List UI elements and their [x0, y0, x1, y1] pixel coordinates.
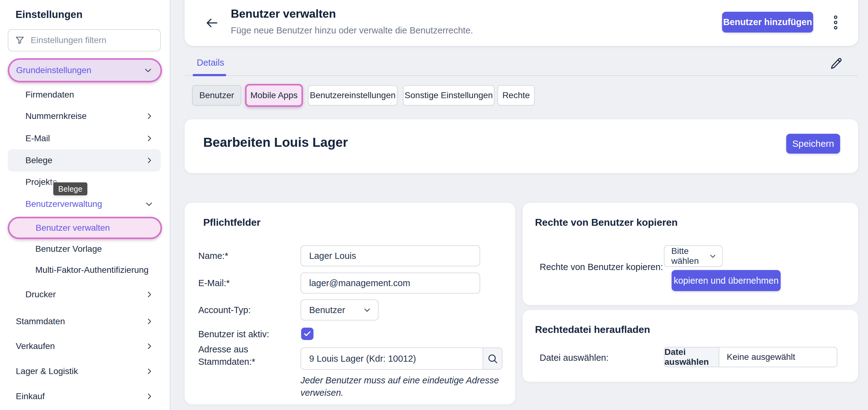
copy-rights-select-value: Bitte wählen — [671, 246, 709, 266]
sidebar-item-label: Benutzer Vorlage — [35, 244, 102, 254]
chip-benutzereinstellungen[interactable]: Benutzereinstellungen — [308, 85, 398, 105]
belege-tooltip: Belege — [53, 182, 87, 195]
email-field[interactable] — [301, 273, 480, 293]
address-input-group — [301, 347, 502, 370]
chip-label: Benutzer — [199, 90, 234, 100]
chip-label: Rechte — [502, 90, 530, 100]
copy-rights-label: Rechte von Benutzer kopieren: — [539, 262, 663, 272]
kebab-menu-icon[interactable] — [834, 15, 837, 29]
sidebar-item-benutzer-verwalten[interactable]: Benutzer verwalten — [8, 217, 162, 239]
sidebar-item-grundeinstellungen[interactable]: Grundeinstellungen — [8, 58, 162, 83]
settings-filter[interactable] — [8, 29, 161, 52]
required-fields-title: Pflichtfelder — [203, 217, 260, 228]
address-search-button[interactable] — [483, 348, 502, 369]
file-select-button[interactable]: Datei auswählen — [664, 347, 719, 367]
upload-rights-card — [523, 310, 858, 382]
sidebar-item-multi-faktor[interactable]: Multi-Faktor-Authentifizierung — [8, 261, 161, 279]
kebab-dot — [834, 15, 837, 19]
chevron-right-icon — [145, 392, 153, 401]
sidebar-item-label: Lager & Logistik — [16, 366, 78, 376]
chip-benutzer[interactable]: Benutzer — [192, 85, 241, 105]
email-label: E-Mail:* — [198, 278, 230, 288]
chevron-right-icon — [145, 317, 153, 325]
address-label: Adresse aus Stammdaten:* — [198, 343, 285, 368]
chip-rechte[interactable]: Rechte — [497, 85, 535, 105]
address-hint: Jeder Benutzer muss auf eine eindeutige … — [301, 374, 505, 399]
sidebar-item-firmendaten[interactable]: Firmendaten — [8, 86, 161, 103]
copy-rights-select[interactable]: Bitte wählen — [664, 245, 723, 267]
sidebar-item-stammdaten[interactable]: Stammdaten — [8, 313, 161, 330]
filter-input[interactable] — [31, 35, 160, 45]
copy-rights-title: Rechte von Benutzer kopieren — [535, 217, 678, 228]
kebab-dot — [834, 26, 837, 29]
tab-divider-line — [185, 75, 858, 76]
sidebar-item-belege[interactable]: Belege — [8, 149, 161, 171]
sidebar-item-drucker[interactable]: Drucker — [8, 286, 161, 303]
sidebar-item-lager-logistik[interactable]: Lager & Logistik — [8, 362, 161, 380]
sidebar-item-label: Multi-Faktor-Authentifizierung — [35, 265, 149, 275]
chevron-right-icon — [145, 367, 153, 375]
sidebar-item-label: Benutzer verwalten — [36, 223, 110, 233]
sidebar-item-verkaufen[interactable]: Verkaufen — [8, 338, 161, 355]
sidebar-item-email[interactable]: E-Mail — [8, 130, 161, 147]
chip-label: Benutzereinstellungen — [310, 90, 396, 100]
chip-mobile-apps[interactable]: Mobile Apps — [245, 84, 303, 107]
user-active-label: Benutzer ist aktiv: — [198, 329, 269, 339]
edit-pencil-icon[interactable] — [830, 57, 843, 70]
check-icon — [303, 330, 311, 338]
save-button[interactable]: Speichern — [786, 134, 840, 154]
chevron-down-icon — [363, 306, 371, 314]
sidebar-item-label: Stammdaten — [16, 316, 65, 326]
copy-apply-button[interactable]: kopieren und übernehmen — [672, 270, 781, 291]
sidebar-item-benutzer-vorlage[interactable]: Benutzer Vorlage — [8, 240, 161, 258]
chevron-right-icon — [145, 156, 153, 164]
sidebar-item-nummernkreise[interactable]: Nummernkreise — [8, 107, 161, 125]
chevron-down-icon — [144, 66, 152, 75]
back-arrow-button[interactable] — [205, 15, 219, 30]
filter-funnel-icon — [14, 35, 25, 45]
user-active-checkbox[interactable] — [301, 327, 313, 340]
chevron-down-icon — [145, 200, 153, 209]
sidebar-item-label: Firmendaten — [25, 90, 74, 100]
chip-label: Mobile Apps — [250, 90, 298, 100]
sidebar-title: Einstellungen — [16, 9, 83, 21]
sidebar-item-label: Verkaufen — [16, 341, 55, 351]
file-status-text: Keine ausgewählt — [719, 347, 837, 367]
kebab-dot — [834, 21, 837, 24]
search-icon — [487, 353, 498, 365]
sidebar-item-einkauf[interactable]: Einkauf — [8, 388, 161, 405]
edit-user-title: Bearbeiten Louis Lager — [203, 135, 348, 150]
address-field[interactable] — [301, 348, 483, 369]
name-label: Name:* — [198, 251, 228, 261]
page-title: Benutzer verwalten — [231, 7, 336, 21]
chevron-down-icon — [709, 252, 716, 260]
account-type-label: Account-Typ: — [198, 305, 251, 315]
sidebar-item-label: Einkauf — [16, 391, 44, 401]
add-user-button[interactable]: Benutzer hinzufügen — [722, 12, 813, 33]
sidebar-item-label: Grundeinstellungen — [16, 65, 91, 75]
chip-label: Sonstige Einstellungen — [405, 90, 493, 100]
sidebar-item-label: Benutzerverwaltung — [25, 199, 102, 209]
settings-sidebar: Einstellungen Grundeinstellungen Firmend… — [0, 0, 170, 410]
name-field[interactable] — [301, 245, 480, 266]
chevron-right-icon — [145, 134, 153, 143]
chip-sonstige-einstellungen[interactable]: Sonstige Einstellungen — [403, 85, 494, 105]
sidebar-item-label: Belege — [25, 155, 52, 165]
chevron-right-icon — [145, 290, 153, 298]
file-upload-input[interactable]: Datei auswählen Keine ausgewählt — [664, 347, 837, 367]
tab-details[interactable]: Details — [197, 58, 224, 68]
account-type-value: Benutzer — [309, 305, 345, 315]
sidebar-item-label: Drucker — [25, 289, 56, 299]
file-select-label: Datei auswählen: — [539, 353, 609, 363]
upload-rights-title: Rechtedatei heraufladen — [535, 324, 650, 335]
sidebar-item-benutzerverwaltung[interactable]: Benutzerverwaltung — [8, 195, 161, 213]
page-subtitle: Füge neue Benutzer hinzu oder verwalte d… — [231, 25, 473, 36]
sidebar-item-label: Projekte — [25, 177, 57, 187]
account-type-select[interactable]: Benutzer — [301, 299, 378, 320]
chevron-right-icon — [145, 112, 153, 120]
sidebar-item-label: Nummernkreise — [25, 111, 87, 121]
sidebar-item-label: E-Mail — [25, 133, 50, 144]
tab-active-underline — [193, 74, 226, 76]
chevron-right-icon — [145, 342, 153, 350]
